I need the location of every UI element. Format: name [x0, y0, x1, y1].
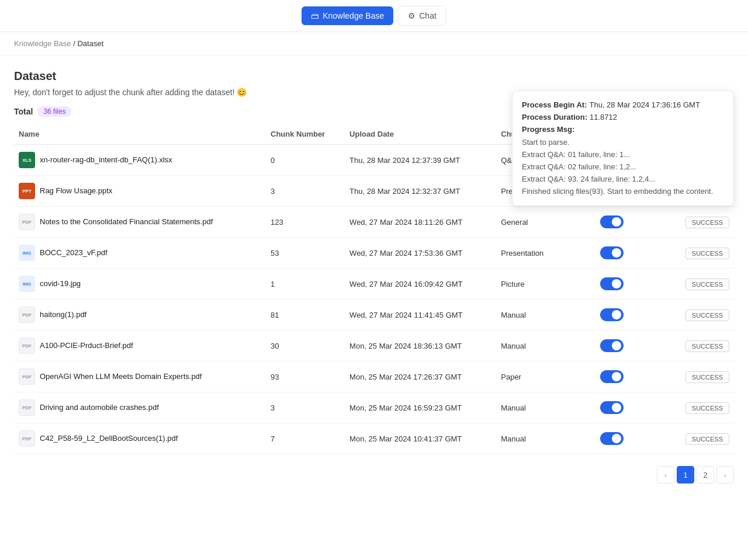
upload-date-cell: Wed, 27 Mar 2024 17:53:36 GMT — [345, 238, 496, 269]
chunk-method-cell: Manual — [496, 300, 583, 331]
toggle-slider — [600, 339, 624, 352]
file-icon: PDF — [19, 430, 35, 447]
file-name: BOCC_2023_vF.pdf — [40, 248, 108, 258]
file-toggle[interactable] — [600, 308, 624, 321]
pagination-next[interactable]: › — [716, 466, 734, 484]
pagination-page-1[interactable]: 1 — [677, 466, 694, 484]
file-icon: PDF — [19, 368, 35, 385]
upload-date-cell: Wed, 27 Mar 2024 16:09:42 GMT — [345, 269, 496, 300]
file-name: xn-router-rag-db_intent-db_FAQ(1).xlsx — [40, 155, 172, 165]
file-name-cell: PDF OpenAGI When LLM Meets Domain Expert… — [14, 361, 266, 392]
chunk-number-cell: 3 — [266, 176, 345, 207]
file-icon: IMG — [19, 276, 35, 292]
chunk-method-cell: Manual — [496, 392, 583, 423]
status-badge: SUCCESS — [685, 248, 729, 259]
file-toggle[interactable] — [600, 339, 624, 352]
toggle-cell[interactable] — [583, 331, 641, 361]
total-label: Total — [14, 107, 33, 116]
chunk-number-cell: 0 — [266, 145, 345, 176]
progress-msg-line: Extract Q&A: 02 failure, line: 1,2... — [522, 161, 724, 173]
status-cell: SUCCESS — [641, 392, 734, 423]
table-row: PDF A100-PCIE-Prduct-Brief.pdf 30 Mon, 2… — [14, 331, 734, 361]
toggle-slider — [600, 215, 624, 228]
status-badge: SUCCESS — [685, 371, 729, 383]
progress-msg-label: Progress Msg: — [522, 124, 574, 136]
chunk-method-cell: Manual — [496, 423, 583, 454]
file-icon: IMG — [19, 245, 35, 261]
database-icon: 🗃 — [311, 11, 319, 20]
upload-date-cell: Mon, 25 Mar 2024 18:36:13 GMT — [345, 331, 496, 361]
toggle-slider — [600, 401, 624, 414]
chunk-number-cell: 81 — [266, 300, 345, 331]
status-cell: SUCCESS — [641, 361, 734, 392]
col-header-chunk: Chunk Number — [266, 124, 345, 145]
breadcrumb-root[interactable]: Knowledge Base — [14, 39, 71, 48]
header: 🗃 Knowledge Base ⚙ Chat — [0, 0, 748, 32]
chunk-number-cell: 7 — [266, 423, 345, 454]
toggle-cell[interactable] — [583, 269, 641, 300]
knowledge-base-label: Knowledge Base — [323, 11, 384, 20]
pagination-prev[interactable]: ‹ — [657, 466, 674, 484]
file-toggle[interactable] — [600, 401, 624, 414]
toggle-slider — [600, 277, 624, 290]
file-name-cell: PDF A100-PCIE-Prduct-Brief.pdf — [14, 331, 266, 361]
chunk-number-cell: 53 — [266, 238, 345, 269]
toggle-cell[interactable] — [583, 392, 641, 423]
total-badge: 36 files — [37, 106, 71, 117]
progress-msg-line: Extract Q&A: 93. 24 failure, line: 1,2,4… — [522, 173, 724, 186]
breadcrumb-current: Dataset — [77, 39, 103, 48]
file-toggle[interactable] — [600, 370, 624, 383]
file-toggle[interactable] — [600, 246, 624, 259]
file-name: Notes to the Consolidated Financial Stat… — [40, 217, 213, 227]
upload-date-cell: Wed, 27 Mar 2024 18:11:26 GMT — [345, 207, 496, 238]
progress-msg-block: Start to parse.Extract Q&A: 01 failure, … — [522, 137, 724, 197]
status-badge: SUCCESS — [685, 340, 729, 352]
file-name-cell: IMG covid-19.jpg — [14, 269, 266, 300]
upload-date-cell: Mon, 25 Mar 2024 17:26:37 GMT — [345, 361, 496, 392]
pagination-page-2[interactable]: 2 — [697, 466, 714, 484]
table-row: PDF haitong(1).pdf 81 Wed, 27 Mar 2024 1… — [14, 300, 734, 331]
status-cell: SUCCESS — [641, 300, 734, 331]
file-name: Rag Flow Usage.pptx — [40, 186, 112, 196]
toggle-cell[interactable] — [583, 238, 641, 269]
process-duration-label: Process Duration: — [522, 112, 587, 124]
toggle-cell[interactable] — [583, 300, 641, 331]
upload-date-cell: Thu, 28 Mar 2024 12:32:37 GMT — [345, 176, 496, 207]
file-icon: PPT — [19, 183, 35, 199]
file-icon: PDF — [19, 338, 35, 354]
chat-label: Chat — [419, 11, 437, 20]
toggle-cell[interactable] — [583, 361, 641, 392]
progress-msg-line: Extract Q&A: 01 failure, line: 1... — [522, 149, 724, 161]
pagination: ‹ 1 2 › — [0, 454, 748, 495]
toggle-cell[interactable] — [583, 423, 641, 454]
file-icon: PDF — [19, 214, 35, 230]
table-row: IMG BOCC_2023_vF.pdf 53 Wed, 27 Mar 2024… — [14, 238, 734, 269]
process-tooltip: Process Begin At: Thu, 28 Mar 2024 17:36… — [512, 91, 734, 206]
chunk-method-cell: Picture — [496, 269, 583, 300]
chunk-method-cell: General — [496, 207, 583, 238]
status-cell: SUCCESS — [641, 269, 734, 300]
file-toggle[interactable] — [600, 432, 624, 445]
main-content: Dataset Hey, don't forget to adjust the … — [0, 55, 748, 454]
file-toggle[interactable] — [600, 215, 624, 228]
status-badge: SUCCESS — [685, 309, 729, 321]
chunk-number-cell: 1 — [266, 269, 345, 300]
file-name: haitong(1).pdf — [40, 310, 86, 320]
status-badge: SUCCESS — [685, 402, 729, 414]
breadcrumb: Knowledge Base / Dataset — [0, 32, 748, 55]
file-name-cell: PDF haitong(1).pdf — [14, 300, 266, 331]
table-row: IMG covid-19.jpg 1 Wed, 27 Mar 2024 16:0… — [14, 269, 734, 300]
chunk-method-cell: Paper — [496, 361, 583, 392]
chat-button[interactable]: ⚙ Chat — [398, 6, 446, 26]
chunk-method-cell: Presentation — [496, 238, 583, 269]
progress-msg-line: Finished slicing files(93). Start to emb… — [522, 186, 724, 198]
toggle-cell[interactable] — [583, 207, 641, 238]
file-name: C42_P58-59_L2_DellBootSources(1).pdf — [40, 434, 178, 444]
status-cell: SUCCESS — [641, 238, 734, 269]
file-name: OpenAGI When LLM Meets Domain Experts.pd… — [40, 372, 202, 382]
knowledge-base-button[interactable]: 🗃 Knowledge Base — [302, 6, 393, 25]
chunk-method-cell: Manual — [496, 331, 583, 361]
upload-date-cell: Mon, 25 Mar 2024 16:59:23 GMT — [345, 392, 496, 423]
file-toggle[interactable] — [600, 277, 624, 290]
file-name-cell: PDF C42_P58-59_L2_DellBootSources(1).pdf — [14, 423, 266, 454]
